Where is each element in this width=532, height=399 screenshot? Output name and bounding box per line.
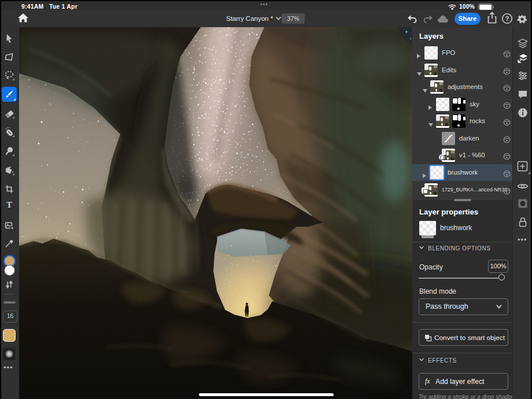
svg-text:?: ? bbox=[505, 15, 509, 22]
